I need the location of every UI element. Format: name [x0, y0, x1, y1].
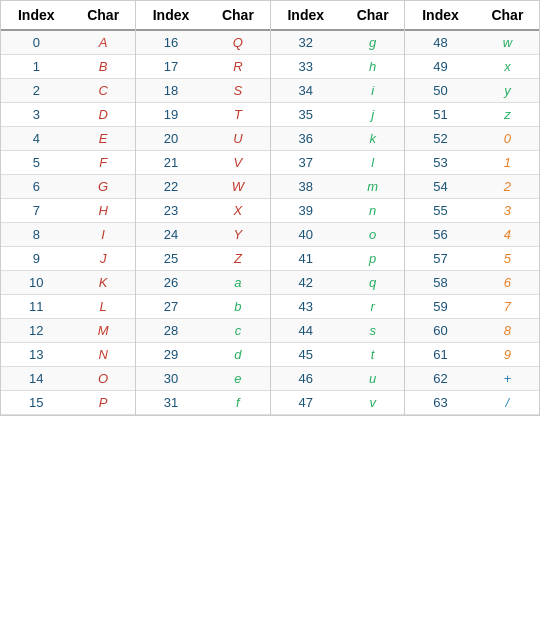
cell-index-0-8: 8: [1, 223, 72, 247]
table-row: 619: [405, 343, 539, 367]
cell-index-2-1: 33: [271, 55, 342, 79]
cell-index-0-15: 15: [1, 391, 72, 415]
cell-index-2-2: 34: [271, 79, 342, 103]
cell-index-0-13: 13: [1, 343, 72, 367]
cell-index-3-12: 60: [405, 319, 476, 343]
table-row: 39n: [271, 199, 405, 223]
table-row: 32g: [271, 30, 405, 55]
table-row: 62+: [405, 367, 539, 391]
cell-index-0-1: 1: [1, 55, 72, 79]
cell-index-2-6: 38: [271, 175, 342, 199]
cell-char-3-2: y: [476, 79, 539, 103]
cell-char-1-12: c: [206, 319, 269, 343]
cell-char-2-9: p: [341, 247, 404, 271]
cell-char-0-12: M: [72, 319, 135, 343]
cell-char-0-7: H: [72, 199, 135, 223]
cell-char-0-11: L: [72, 295, 135, 319]
table-row: 49x: [405, 55, 539, 79]
cell-char-2-3: j: [341, 103, 404, 127]
table-row: 38m: [271, 175, 405, 199]
main-table-container: IndexChar0A1B2C3D4E5F6G7H8I9J10K11L12M13…: [0, 0, 540, 416]
cell-char-2-11: r: [341, 295, 404, 319]
header-char-1: Char: [206, 1, 269, 30]
cell-char-3-13: 9: [476, 343, 539, 367]
cell-char-0-5: F: [72, 151, 135, 175]
cell-index-1-12: 28: [136, 319, 207, 343]
cell-index-0-0: 0: [1, 30, 72, 55]
cell-char-0-4: E: [72, 127, 135, 151]
cell-char-3-7: 3: [476, 199, 539, 223]
cell-index-1-11: 27: [136, 295, 207, 319]
table-row: 42q: [271, 271, 405, 295]
cell-index-2-8: 40: [271, 223, 342, 247]
table-row: 8I: [1, 223, 135, 247]
header-index-2: Index: [271, 1, 342, 30]
cell-char-2-4: k: [341, 127, 404, 151]
table-row: 44s: [271, 319, 405, 343]
table-row: 50y: [405, 79, 539, 103]
cell-char-0-8: I: [72, 223, 135, 247]
table-row: 6G: [1, 175, 135, 199]
cell-index-0-10: 10: [1, 271, 72, 295]
cell-char-1-11: b: [206, 295, 269, 319]
cell-index-1-6: 22: [136, 175, 207, 199]
cell-char-0-10: K: [72, 271, 135, 295]
cell-index-1-13: 29: [136, 343, 207, 367]
cell-index-1-4: 20: [136, 127, 207, 151]
table-row: 9J: [1, 247, 135, 271]
table-row: 564: [405, 223, 539, 247]
cell-index-3-9: 57: [405, 247, 476, 271]
column-group-1: IndexChar16Q17R18S19T20U21V22W23X24Y25Z2…: [136, 1, 271, 415]
cell-char-0-15: P: [72, 391, 135, 415]
cell-char-1-1: R: [206, 55, 269, 79]
cell-char-3-3: z: [476, 103, 539, 127]
cell-index-3-4: 52: [405, 127, 476, 151]
cell-index-0-14: 14: [1, 367, 72, 391]
table-row: 41p: [271, 247, 405, 271]
cell-char-1-3: T: [206, 103, 269, 127]
table-row: 14O: [1, 367, 135, 391]
cell-index-1-14: 30: [136, 367, 207, 391]
cell-index-1-1: 17: [136, 55, 207, 79]
header-index-3: Index: [405, 1, 476, 30]
table-row: 25Z: [136, 247, 270, 271]
header-index-1: Index: [136, 1, 207, 30]
table-row: 19T: [136, 103, 270, 127]
cell-char-2-10: q: [341, 271, 404, 295]
cell-index-0-6: 6: [1, 175, 72, 199]
table-row: 15P: [1, 391, 135, 415]
cell-char-1-13: d: [206, 343, 269, 367]
table-row: 28c: [136, 319, 270, 343]
cell-index-2-11: 43: [271, 295, 342, 319]
cell-char-3-15: /: [476, 391, 539, 415]
cell-index-3-10: 58: [405, 271, 476, 295]
table-row: 10K: [1, 271, 135, 295]
table-row: 575: [405, 247, 539, 271]
cell-char-2-14: u: [341, 367, 404, 391]
cell-char-2-15: v: [341, 391, 404, 415]
table-row: 5F: [1, 151, 135, 175]
table-row: 34i: [271, 79, 405, 103]
cell-char-3-6: 2: [476, 175, 539, 199]
cell-char-2-5: l: [341, 151, 404, 175]
cell-index-2-13: 45: [271, 343, 342, 367]
table-row: 4E: [1, 127, 135, 151]
cell-index-3-6: 54: [405, 175, 476, 199]
cell-index-3-7: 55: [405, 199, 476, 223]
cell-char-1-15: f: [206, 391, 269, 415]
cell-index-0-4: 4: [1, 127, 72, 151]
cell-index-0-3: 3: [1, 103, 72, 127]
cell-char-0-14: O: [72, 367, 135, 391]
cell-char-3-0: w: [476, 30, 539, 55]
table-row: 542: [405, 175, 539, 199]
table-row: 16Q: [136, 30, 270, 55]
table-row: 29d: [136, 343, 270, 367]
table-row: 22W: [136, 175, 270, 199]
table-row: 27b: [136, 295, 270, 319]
cell-char-3-14: +: [476, 367, 539, 391]
cell-index-3-3: 51: [405, 103, 476, 127]
cell-char-3-9: 5: [476, 247, 539, 271]
cell-char-0-1: B: [72, 55, 135, 79]
table-row: 586: [405, 271, 539, 295]
table-row: 18S: [136, 79, 270, 103]
